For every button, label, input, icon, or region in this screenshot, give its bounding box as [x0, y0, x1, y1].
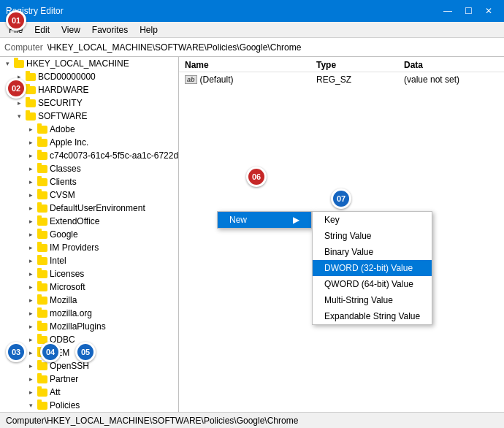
label-apple: Apple Inc.	[50, 137, 88, 148]
tree-item-att[interactable]: Att	[0, 386, 178, 399]
folder-hardware	[25, 85, 37, 95]
main-content: HKEY_LOCAL_MACHINE BCD00000000 HARDWARE …	[0, 57, 504, 412]
label-mozplug: MozillaPlugins	[50, 321, 106, 332]
tree-item-due[interactable]: DefaultUserEnvironment	[0, 202, 178, 215]
menu-bar: File Edit View Favorites Help	[0, 22, 504, 38]
tree-item-hardware[interactable]: HARDWARE	[0, 83, 178, 96]
tree-item-hklm[interactable]: HKEY_LOCAL_MACHINE	[0, 57, 178, 70]
tree-item-mozilla[interactable]: Mozilla	[0, 294, 178, 307]
label-moz: Mozilla	[50, 295, 77, 305]
cell-name-default: ab (Default)	[185, 74, 316, 85]
new-label: New	[229, 215, 247, 225]
col-data-header: Data	[404, 60, 504, 70]
tree-panel[interactable]: HKEY_LOCAL_MACHINE BCD00000000 HARDWARE …	[0, 57, 179, 412]
cell-type-default: REG_SZ	[316, 74, 404, 85]
folder-odbc	[37, 335, 48, 345]
address-path: \HKEY_LOCAL_MACHINE\SOFTWARE\Policies\Go…	[47, 42, 500, 53]
tree-item-intel[interactable]: Intel	[0, 254, 178, 267]
folder-policies	[37, 400, 48, 410]
expander-ssh	[25, 360, 37, 372]
folder-classes	[37, 164, 48, 174]
label-intel: Intel	[50, 256, 66, 266]
submenu: Key String Value Binary Value DWORD (32-…	[312, 211, 432, 325]
table-header: Name Type Data	[179, 57, 504, 72]
expander-partner	[25, 373, 37, 385]
folder-oem	[37, 348, 48, 358]
tree-item-oem[interactable]: OEM	[0, 346, 178, 359]
tree-item-classes[interactable]: Classes	[0, 162, 178, 175]
maximize-button[interactable]: ☐	[459, 4, 478, 18]
folder-intel	[37, 256, 48, 266]
tree-item-mozillaorg[interactable]: mozilla.org	[0, 307, 178, 320]
folder-ssh	[37, 361, 48, 371]
tree-item-licenses[interactable]: Licenses	[0, 267, 178, 280]
label-google: Google	[50, 229, 78, 240]
label-adobe: Adobe	[50, 124, 75, 134]
tree-item-openssh[interactable]: OpenSSH	[0, 359, 178, 372]
table-row[interactable]: ab (Default) REG_SZ (value not set)	[179, 72, 504, 87]
menu-favorites[interactable]: Favorites	[86, 23, 134, 37]
close-button[interactable]: ✕	[479, 4, 498, 18]
label-hklm: HKEY_LOCAL_MACHINE	[26, 58, 129, 69]
submenu-item-qword[interactable]: QWORD (64-bit) Value	[313, 276, 432, 292]
status-bar: Computer\HKEY_LOCAL_MACHINE\SOFTWARE\Pol…	[0, 412, 504, 428]
folder-apple	[37, 137, 48, 148]
label-partner: Partner	[50, 374, 78, 384]
label-im: IM Providers	[50, 242, 99, 253]
expander-due	[25, 202, 37, 214]
tree-item-adobe[interactable]: Adobe	[0, 123, 178, 136]
menu-view[interactable]: View	[56, 23, 86, 37]
tree-item-guid[interactable]: c74c0073-61c4-5f5c-aa1c-6722d538bc46	[0, 149, 178, 162]
minimize-button[interactable]: —	[438, 4, 457, 18]
tree-item-software[interactable]: SOFTWARE	[0, 110, 178, 123]
folder-partner	[37, 374, 48, 384]
title-bar: Registry Editor — ☐ ✕	[0, 0, 504, 22]
folder-ms	[37, 282, 48, 292]
label-bcd: BCD00000000	[38, 72, 96, 82]
folder-att	[37, 387, 48, 397]
submenu-item-key[interactable]: Key	[313, 212, 432, 228]
tree-item-google[interactable]: Google	[0, 228, 178, 241]
label-hardware: HARDWARE	[38, 85, 89, 95]
expander-moz	[25, 294, 37, 306]
tree-item-policies[interactable]: Policies	[0, 399, 178, 412]
tree-item-clients[interactable]: Clients	[0, 175, 178, 188]
submenu-item-binary[interactable]: Binary Value	[313, 244, 432, 260]
folder-google	[37, 229, 48, 240]
submenu-item-string[interactable]: String Value	[313, 228, 432, 244]
menu-edit[interactable]: Edit	[28, 23, 56, 37]
tree-item-im[interactable]: IM Providers	[0, 241, 178, 254]
tree-item-microsoft[interactable]: Microsoft	[0, 280, 178, 294]
expander-software	[13, 110, 25, 122]
menu-file[interactable]: File	[3, 23, 28, 37]
tree-item-partner[interactable]: Partner	[0, 372, 178, 386]
tree-item-apple[interactable]: Apple Inc.	[0, 136, 178, 149]
tree-item-bcd[interactable]: BCD00000000	[0, 70, 178, 83]
tree-item-mozillaplugins[interactable]: MozillaPlugins	[0, 320, 178, 333]
expander-clients	[25, 176, 37, 188]
right-panel: Name Type Data ab (Default) REG_SZ (valu…	[179, 57, 504, 412]
menu-help[interactable]: Help	[134, 23, 164, 37]
tree-item-cvsm[interactable]: CVSM	[0, 188, 178, 202]
expander-oem	[25, 347, 37, 359]
address-label: Computer	[4, 42, 43, 53]
folder-mozorg	[37, 308, 48, 318]
context-menu: New ▶	[217, 211, 312, 229]
tree-item-extendoffice[interactable]: ExtendOffice	[0, 215, 178, 228]
title-bar-title: Registry Editor	[6, 6, 64, 16]
tree-item-security[interactable]: SECURITY	[0, 96, 178, 110]
label-odbc: ODBC	[50, 335, 75, 345]
folder-software	[25, 111, 37, 121]
submenu-item-expand[interactable]: Expandable String Value	[313, 308, 432, 324]
ab-icon: ab	[185, 75, 197, 84]
tree-item-odbc[interactable]: ODBC	[0, 333, 178, 346]
expander-policies	[25, 400, 37, 411]
folder-mozplug	[37, 321, 48, 332]
folder-lic	[37, 269, 48, 279]
context-menu-new[interactable]: New ▶	[218, 212, 311, 228]
expander-adobe	[25, 123, 37, 135]
folder-clients	[37, 177, 48, 187]
submenu-item-multi[interactable]: Multi-String Value	[313, 292, 432, 308]
expander-google	[25, 229, 37, 240]
submenu-item-dword[interactable]: DWORD (32-bit) Value	[313, 260, 432, 276]
